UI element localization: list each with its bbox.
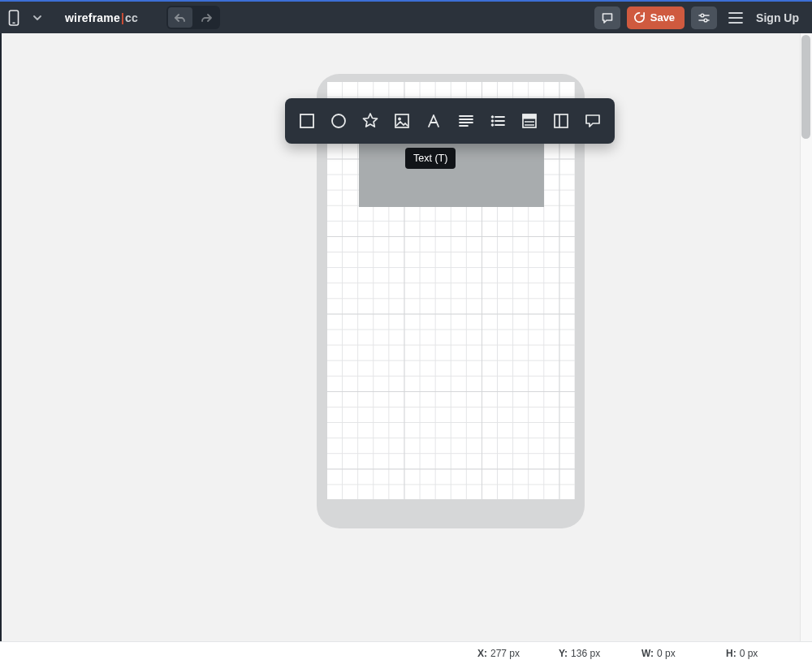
vertical-scrollbar-track[interactable] xyxy=(800,33,812,641)
form-icon xyxy=(520,112,538,130)
phone-icon xyxy=(8,10,19,26)
svg-point-2 xyxy=(701,14,704,17)
device-screen[interactable] xyxy=(326,81,575,499)
svg-rect-13 xyxy=(555,114,568,127)
settings-button[interactable] xyxy=(691,6,717,29)
svg-point-8 xyxy=(491,116,494,119)
app-header: wireframe|cc Save Sign Up xyxy=(0,2,812,33)
header-left: wireframe|cc xyxy=(0,2,138,33)
save-icon xyxy=(633,11,646,24)
header-right: Save Sign Up xyxy=(594,2,804,33)
columns-icon xyxy=(552,112,570,130)
tool-form[interactable] xyxy=(517,105,541,137)
save-button[interactable]: Save xyxy=(627,6,685,29)
device-dropdown-caret[interactable] xyxy=(28,2,47,33)
tool-star[interactable] xyxy=(358,105,382,137)
status-y: Y:136 px xyxy=(559,642,600,664)
redo-icon xyxy=(200,12,213,24)
redo-button[interactable] xyxy=(194,7,218,28)
status-h: H:0 px xyxy=(726,642,758,664)
chevron-down-icon xyxy=(32,13,42,23)
comments-button[interactable] xyxy=(594,6,620,29)
sliders-icon xyxy=(698,11,710,24)
svg-point-5 xyxy=(332,114,345,127)
status-w: W:0 px xyxy=(641,642,676,664)
svg-rect-4 xyxy=(300,114,313,127)
circle-icon xyxy=(330,112,348,130)
tool-circle[interactable] xyxy=(326,105,350,137)
save-label: Save xyxy=(650,11,675,24)
signup-link[interactable]: Sign Up xyxy=(756,11,799,24)
star-icon xyxy=(361,112,379,130)
tool-columns[interactable] xyxy=(550,105,573,137)
tool-tooltip: Text (T) xyxy=(405,148,456,169)
tool-list[interactable] xyxy=(486,105,509,137)
tooltip-text: Text (T) xyxy=(413,153,447,164)
status-bar: X:277 px Y:136 px W:0 px H:0 px xyxy=(0,641,812,664)
svg-rect-12 xyxy=(523,114,536,119)
tool-text[interactable] xyxy=(422,105,446,137)
paragraph-icon xyxy=(457,112,475,130)
menu-button[interactable] xyxy=(723,6,748,29)
logo-part2: cc xyxy=(125,11,138,24)
status-x: X:277 px xyxy=(477,642,520,664)
device-selector-button[interactable] xyxy=(0,2,28,33)
annotation-icon xyxy=(584,112,602,130)
list-icon xyxy=(489,112,507,130)
tool-paragraph[interactable] xyxy=(454,105,477,137)
vertical-scrollbar-thumb[interactable] xyxy=(801,35,810,139)
svg-point-9 xyxy=(491,120,494,123)
app-logo[interactable]: wireframe|cc xyxy=(65,11,138,24)
rectangle-icon xyxy=(298,112,316,130)
image-icon xyxy=(393,112,411,130)
shape-tool-palette xyxy=(285,98,615,144)
undo-icon xyxy=(174,12,187,24)
svg-point-7 xyxy=(399,118,401,120)
tool-rectangle[interactable] xyxy=(295,105,318,137)
hamburger-icon xyxy=(728,12,743,24)
text-icon xyxy=(425,112,443,130)
tool-image[interactable] xyxy=(391,105,414,137)
svg-rect-1 xyxy=(12,22,15,23)
tool-annotation[interactable] xyxy=(581,105,605,137)
svg-point-3 xyxy=(704,19,707,22)
svg-point-10 xyxy=(491,124,494,127)
undo-button[interactable] xyxy=(168,7,192,28)
history-group xyxy=(166,6,220,29)
logo-part1: wireframe xyxy=(65,11,120,24)
comment-icon xyxy=(601,11,614,24)
